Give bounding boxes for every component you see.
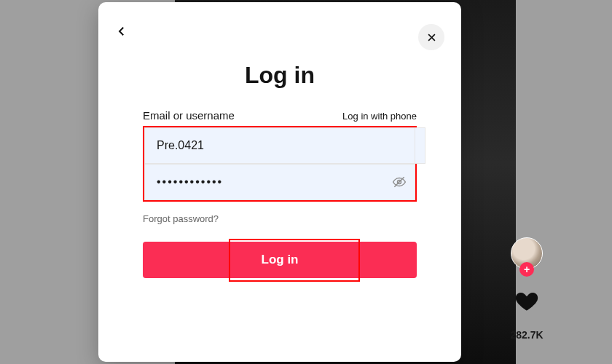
eye-off-icon [392, 175, 407, 189]
login-labels-row: Email or username Log in with phone [143, 109, 417, 122]
username-overflow-edge [415, 127, 425, 164]
heart-icon [514, 289, 539, 314]
credentials-highlight-box [143, 126, 417, 202]
app-stage: + 282.7K Log in Email or username Log in… [0, 0, 612, 364]
password-input-wrap [144, 164, 415, 200]
toggle-password-visibility[interactable] [389, 172, 409, 192]
close-button[interactable] [418, 24, 444, 50]
like-button[interactable] [514, 288, 540, 314]
login-modal: Log in Email or username Log in with pho… [98, 2, 461, 362]
username-input-wrap [144, 127, 415, 164]
login-submit-button[interactable]: Log in [143, 242, 417, 278]
username-input[interactable] [144, 127, 415, 164]
video-action-rail: + 282.7K [511, 237, 543, 341]
modal-title: Log in [98, 62, 461, 89]
like-count: 282.7K [510, 329, 543, 341]
close-icon [426, 32, 437, 43]
creator-avatar-wrap[interactable]: + [511, 237, 543, 274]
back-button[interactable] [109, 18, 135, 44]
username-label: Email or username [143, 109, 235, 122]
login-button-wrap: Log in [143, 242, 417, 278]
password-input[interactable] [144, 164, 415, 200]
login-form: Email or username Log in with phone [143, 109, 417, 278]
login-with-phone-link[interactable]: Log in with phone [342, 111, 417, 122]
modal-top-bar [98, 2, 461, 47]
follow-plus-badge[interactable]: + [519, 262, 534, 277]
chevron-left-icon [115, 25, 128, 38]
forgot-password-link[interactable]: Forgot password? [143, 213, 417, 224]
